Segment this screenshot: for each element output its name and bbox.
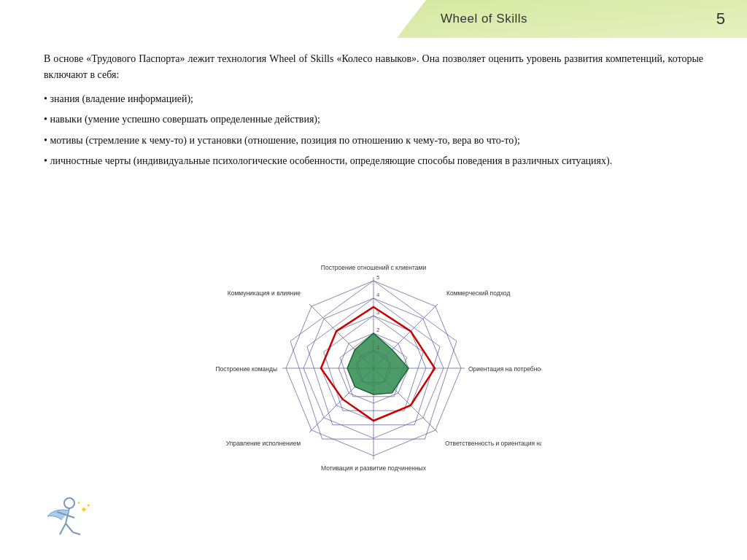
header-title: Wheel of Skills xyxy=(441,12,527,26)
bullet-2: • навыки (умение успешно совершать опред… xyxy=(44,112,703,128)
page-number: 5 xyxy=(716,9,725,28)
svg-text:5: 5 xyxy=(376,274,380,281)
svg-text:Мотивация и развитие подчиненн: Мотивация и развитие подчиненных xyxy=(321,464,427,472)
svg-text:1: 1 xyxy=(376,344,380,351)
svg-text:3: 3 xyxy=(376,309,380,316)
svg-text:Коммерческий подход: Коммерческий подход xyxy=(446,289,510,297)
intro-paragraph: В основе «Трудового Паспорта» лежит техн… xyxy=(44,51,703,84)
bullet-3: • мотивы (стремление к чему-то) и устано… xyxy=(44,133,703,149)
svg-text:✦: ✦ xyxy=(86,502,91,509)
svg-text:Ориентация на потребности клие: Ориентация на потребности клиента xyxy=(468,365,541,373)
bullet-1: • знания (владение информацией); xyxy=(44,91,703,107)
svg-text:Ответственность и ориентация н: Ответственность и ориентация на результа… xyxy=(445,440,541,447)
main-content: В основе «Трудового Паспорта» лежит техн… xyxy=(44,51,703,174)
svg-text:2: 2 xyxy=(376,327,380,333)
svg-line-37 xyxy=(60,524,66,534)
svg-text:Управление исполнением: Управление исполнением xyxy=(226,440,301,447)
spider-chart: 5 4 3 2 1 Построение отношений с клиента… xyxy=(206,241,541,496)
svg-line-38 xyxy=(66,524,73,532)
svg-text:4: 4 xyxy=(376,292,380,298)
svg-text:Коммуникация и влияние: Коммуникация и влияние xyxy=(228,289,301,297)
spider-chart-svg: 5 4 3 2 1 Построение отношений с клиента… xyxy=(206,241,541,496)
svg-text:Построение команды: Построение команды xyxy=(215,365,277,373)
header: Wheel of Skills 5 xyxy=(397,0,747,38)
svg-point-33 xyxy=(64,498,74,508)
svg-text:Построение отношений с клиента: Построение отношений с клиентами xyxy=(321,264,427,271)
stick-figure-logo: ✦ ✦ ✦ xyxy=(29,494,102,545)
logo-area: ✦ ✦ ✦ xyxy=(29,494,102,545)
svg-text:✦: ✦ xyxy=(77,500,81,506)
svg-line-39 xyxy=(73,532,80,534)
bullet-4: • личностные черты (индивидуальные психо… xyxy=(44,153,703,169)
